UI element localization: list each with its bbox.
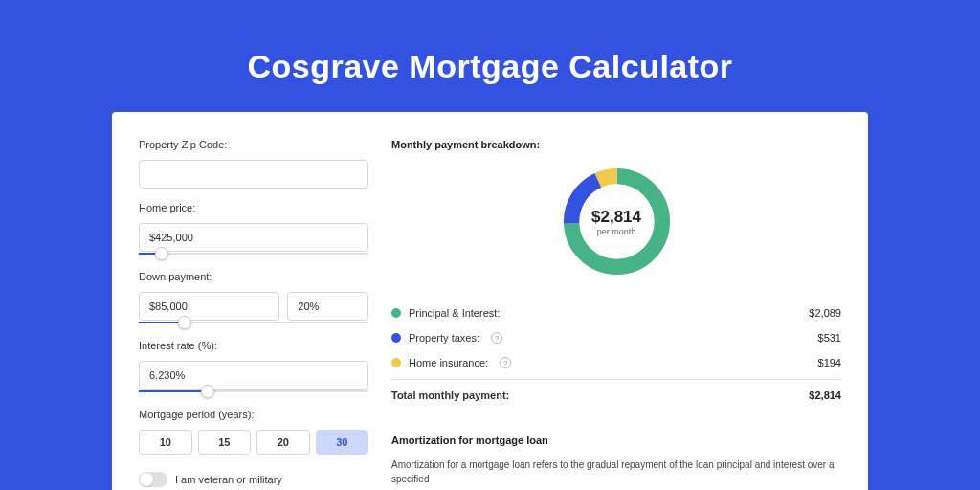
help-icon[interactable]: ? <box>500 357 511 368</box>
interest-field-group: Interest rate (%): <box>139 340 368 395</box>
veteran-toggle-row: I am veteran or military <box>139 472 368 487</box>
legend-dot-icon <box>391 308 401 318</box>
legend-value: $2,089 <box>809 307 841 319</box>
down-payment-amount-input[interactable] <box>139 292 279 321</box>
down-payment-field-group: Down payment: <box>139 271 368 326</box>
period-label: Mortgage period (years): <box>139 409 368 420</box>
donut-center-amount: $2,814 <box>591 208 641 227</box>
home-price-label: Home price: <box>139 202 368 213</box>
period-option-10[interactable]: 10 <box>139 430 192 455</box>
amortization-title: Amortization for mortgage loan <box>391 434 841 446</box>
zip-field-group: Property Zip Code: <box>139 139 368 189</box>
page-title: Cosgrave Mortgage Calculator <box>0 0 980 112</box>
home-price-field-group: Home price: <box>139 202 368 257</box>
calculator-card: Property Zip Code: Home price: Down paym… <box>112 112 868 490</box>
donut-center-sub: per month <box>591 227 641 236</box>
legend-list: Principal & Interest:$2,089Property taxe… <box>391 301 841 375</box>
legend-value: $531 <box>818 332 841 344</box>
legend-dot-icon <box>391 358 401 368</box>
total-label: Total monthly payment: <box>391 390 509 401</box>
interest-input[interactable] <box>139 361 368 390</box>
breakdown-title: Monthly payment breakdown: <box>391 139 841 150</box>
home-price-slider[interactable] <box>139 250 368 257</box>
donut-chart: $2,814 per month <box>557 162 677 281</box>
veteran-toggle[interactable] <box>139 472 167 487</box>
total-value: $2,814 <box>809 390 841 401</box>
amortization-desc: Amortization for a mortgage loan refers … <box>391 457 841 486</box>
interest-slider[interactable] <box>139 388 368 395</box>
amortization-section: Amortization for mortgage loan Amortizat… <box>391 434 841 486</box>
legend-label: Property taxes: <box>409 332 479 344</box>
donut-chart-row: $2,814 per month <box>391 162 841 281</box>
slider-thumb[interactable] <box>201 385 214 398</box>
period-option-30[interactable]: 30 <box>316 430 369 455</box>
home-price-input[interactable] <box>139 223 368 252</box>
zip-label: Property Zip Code: <box>139 139 368 150</box>
down-payment-label: Down payment: <box>139 271 368 282</box>
legend-label: Principal & Interest: <box>409 307 500 319</box>
legend-value: $194 <box>818 357 841 368</box>
legend-row-taxes: Property taxes:?$531 <box>391 325 841 350</box>
period-options: 10152030 <box>139 430 368 455</box>
total-row: Total monthly payment: $2,814 <box>391 379 841 408</box>
legend-row-insurance: Home insurance:?$194 <box>391 350 841 375</box>
down-payment-pct-input[interactable] <box>287 292 368 321</box>
zip-input[interactable] <box>139 160 368 189</box>
inputs-column: Property Zip Code: Home price: Down paym… <box>139 139 368 490</box>
veteran-toggle-label: I am veteran or military <box>175 474 282 485</box>
legend-dot-icon <box>391 333 401 343</box>
down-payment-slider[interactable] <box>139 319 368 326</box>
slider-thumb[interactable] <box>155 247 168 260</box>
legend-label: Home insurance: <box>409 357 488 368</box>
period-field-group: Mortgage period (years): 10152030 <box>139 409 368 455</box>
help-icon[interactable]: ? <box>491 332 502 344</box>
period-option-15[interactable]: 15 <box>198 430 252 455</box>
period-option-20[interactable]: 20 <box>256 430 310 455</box>
slider-thumb[interactable] <box>178 316 191 329</box>
interest-label: Interest rate (%): <box>139 340 368 351</box>
legend-row-principal: Principal & Interest:$2,089 <box>391 301 841 325</box>
results-column: Monthly payment breakdown: $2,814 per mo… <box>391 139 841 490</box>
